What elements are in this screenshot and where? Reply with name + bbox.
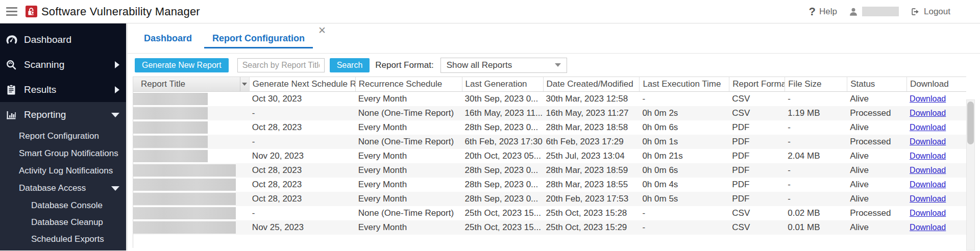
column-header-file-size[interactable]: File Size [785,77,847,91]
user-account[interactable] [848,7,899,17]
cell-last-generation: 28th Sep, 2023 0... [462,165,543,175]
logout-button[interactable]: Logout [910,7,950,17]
cell-date-created-modified: 25th Jul, 2023 13:04 [543,151,640,161]
column-header-last-generation[interactable]: Last Generation [462,77,543,91]
sidebar-item-label: Results [24,84,56,95]
column-menu-button[interactable] [240,77,249,91]
cell-download: Download [906,108,966,118]
cell-last-generation: 30th Sep, 2023 0... [462,94,543,104]
download-link[interactable]: Download [910,194,946,203]
cell-last-execution-time: - [639,222,729,233]
cell-date-created-modified: 28th Mar, 2023 18:55 [543,180,640,190]
redacted-report-title [133,121,208,134]
cell-date-created-modified: 6th Feb, 2023 17:29 [543,137,640,147]
download-link[interactable]: Download [910,109,946,117]
tab-dashboard[interactable]: Dashboard [136,29,200,48]
table-row[interactable]: Oct 28, 2023 Every Month 28th Sep, 2023 … [133,178,966,192]
sidebar-item-database-access[interactable]: Database Access [0,180,126,197]
cell-status: Processed [847,137,906,147]
sidebar-item-report-configuration[interactable]: Report Configuration [0,128,126,145]
dropdown-caret-icon [555,63,561,67]
generate-new-report-button[interactable]: Generate New Report [135,58,229,72]
cell-last-execution-time: 0h 0m 21s [639,151,729,161]
cell-date-created-modified: 25th Oct, 2023 15:28 [543,208,640,218]
download-link[interactable]: Download [910,180,946,189]
cell-file-size: - [785,137,847,147]
sidebar-item-scheduled-exports[interactable]: Scheduled Exports [0,231,126,247]
table-row[interactable]: Oct 30, 2023 Every Month 30th Sep, 2023 … [133,92,966,106]
column-menu-caret-icon [242,83,247,86]
cell-download: Download [906,137,966,147]
cell-last-execution-time: 0h 0m 6s [639,122,729,133]
column-header-last-execution-time[interactable]: Last Execution Time [639,77,729,91]
tab-bar: Dashboard Report Configuration ✕ [128,23,980,54]
column-header-generate-next[interactable]: Generate Next Schedule Repo... [249,77,355,91]
download-link[interactable]: Download [910,209,946,217]
sidebar-item-scanning[interactable]: Scanning [0,53,126,78]
table-row[interactable]: Nov 25, 2023 Every Month 25th Oct, 2023 … [133,220,966,235]
table-row[interactable]: Oct 28, 2023 Every Month 28th Sep, 2023 … [133,192,966,206]
table-row[interactable]: - None (One-Time Report) 6th Feb, 2023 1… [133,135,966,149]
sidebar-item-dashboard[interactable]: Dashboard [0,28,126,53]
cell-report-format: CSV [729,94,785,104]
cell-generate-next: - [249,137,355,147]
download-link[interactable]: Download [910,94,946,103]
sidebar-item-smart-group-notifications[interactable]: Smart Group Notifications [0,145,126,162]
sidebar-item-reporting[interactable]: Reporting [0,102,126,128]
sidebar-item-results[interactable]: Results [0,77,126,102]
cell-report-title [133,193,249,205]
cell-last-execution-time: 0h 0m 1s [639,137,729,147]
sidebar-item-database-cleanup[interactable]: Database Cleanup [0,214,126,231]
cell-last-generation: 28th Sep, 2023 0... [462,122,543,133]
cell-status: Processed [847,108,906,118]
column-header-report-format[interactable]: Report Format [729,77,785,91]
sidebar-item-database-console[interactable]: Database Console [0,197,126,214]
column-header-status[interactable]: Status [847,77,906,91]
search-input[interactable] [237,58,325,72]
logout-label: Logout [924,7,950,17]
cell-last-execution-time: 0h 0m 5s [639,194,729,204]
username-redacted [862,7,899,16]
cell-last-generation: 25th Oct, 2023 15... [462,222,543,233]
help-button[interactable]: ? Help [809,5,837,18]
report-format-dropdown[interactable]: Show all Reports [440,58,567,73]
scrollbar-thumb[interactable] [967,102,974,144]
cell-report-format: PDF [729,194,785,204]
download-link[interactable]: Download [910,152,946,160]
column-header-recurrence-schedule[interactable]: Recurrence Schedule [355,77,462,91]
column-header-download[interactable]: Download [906,77,966,91]
search-button[interactable]: Search [330,58,370,72]
chevron-down-icon [111,186,119,191]
close-tab-icon[interactable]: ✕ [318,26,326,35]
sidebar-item-activity-log-notifications[interactable]: Activity Log Notifications [0,162,126,180]
download-link[interactable]: Download [910,137,946,146]
cell-generate-next: Oct 28, 2023 [249,194,355,204]
table-row[interactable]: Oct 28, 2023 Every Month 28th Sep, 2023 … [133,120,966,135]
column-header-report-title[interactable]: Report Title [133,77,249,91]
hamburger-menu-icon[interactable] [6,7,17,16]
cell-status: Processed [847,208,906,218]
cell-report-format: PDF [729,165,785,175]
dropdown-value: Show all Reports [447,60,512,70]
table-row[interactable]: Oct 28, 2023 Every Month 28th Sep, 2023 … [133,163,966,178]
table-row[interactable]: Nov 20, 2023 Every Month 20th Oct, 2023 … [133,149,966,163]
app-title: Software Vulnerability Manager [41,5,200,18]
table-row[interactable]: - None (One-Time Report) 25th Oct, 2023 … [133,206,966,220]
cell-download: Download [906,151,966,161]
cell-date-created-modified: 25th Oct, 2023 15:29 [543,222,640,233]
download-link[interactable]: Download [910,166,946,174]
cell-report-format: CSV [729,208,785,218]
cell-generate-next: Oct 30, 2023 [249,94,355,104]
table-row[interactable]: - None (One-Time Report) 16th May, 2023 … [133,106,966,120]
redacted-report-title [133,164,236,177]
cell-status: Alive [847,94,906,104]
sidebar-item-label: Reporting [24,109,66,120]
vertical-scrollbar[interactable] [966,99,975,250]
logout-icon [910,7,920,17]
bar-chart-icon [5,109,17,121]
column-header-date-created-modified[interactable]: Date Created/Modified [543,77,640,91]
download-link[interactable]: Download [910,223,946,232]
sidebar-item-label: Database Access [19,180,86,197]
download-link[interactable]: Download [910,123,946,132]
tab-report-configuration[interactable]: Report Configuration ✕ [204,29,313,48]
